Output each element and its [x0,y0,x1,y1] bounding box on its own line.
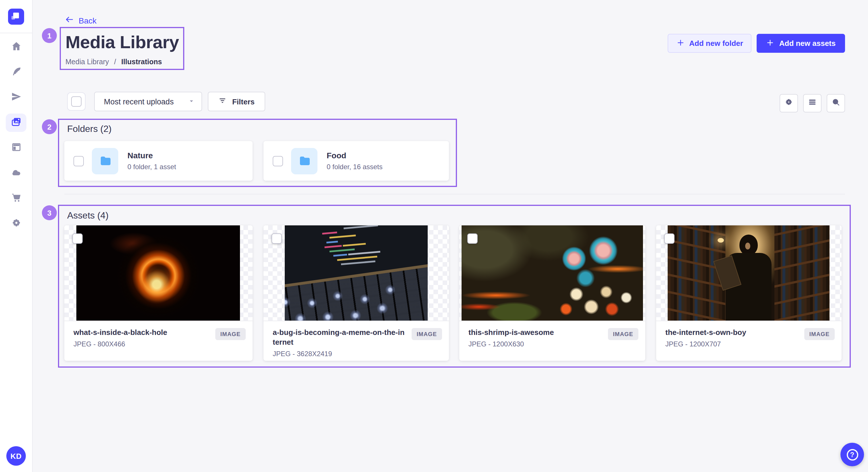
folder-meta: 0 folder, 1 asset [127,163,176,171]
help-button[interactable]: ? [840,443,864,466]
filters-button[interactable]: Filters [208,92,265,111]
asset-card-shrimp[interactable]: this-shrimp-is-awesome JPEG - 1200X630 I… [459,225,645,361]
asset-type-badge: IMAGE [215,328,246,340]
asset-meta: JPEG - 1200X707 [665,340,832,348]
plus-icon [766,38,775,48]
sidebar-item-releases[interactable] [6,88,26,107]
add-new-assets-label: Add new assets [779,39,836,47]
folder-checkbox[interactable] [73,156,84,166]
list-view-icon [808,98,817,109]
quill-icon [11,66,22,79]
sidebar-logo-area [0,0,32,33]
folder-checkbox[interactable] [273,156,283,166]
asset-meta: JPEG - 1200X630 [468,340,636,348]
folder-name[interactable]: Food [327,151,383,160]
asset-card-library-man[interactable]: the-internet-s-own-boy JPEG - 1200X707 I… [656,225,842,361]
library-man-image [668,225,830,321]
breadcrumb: Media Library / Illustrations [65,58,162,66]
folder-tile [92,148,118,174]
cloud-icon [11,167,22,180]
folder-tile [291,148,317,174]
asset-meta: JPEG - 3628X2419 [273,350,440,358]
sidebar-item-content[interactable] [6,63,26,81]
add-new-folder-label: Add new folder [689,39,743,47]
sidebar-item-media-library[interactable] [6,113,26,132]
asset-type-badge: IMAGE [804,328,835,340]
asset-thumbnail [64,225,253,321]
asset-type-badge: IMAGE [411,328,442,340]
back-label: Back [79,16,96,25]
sidebar-item-marketplace[interactable] [6,189,26,208]
asset-thumbnail [459,225,645,321]
question-mark-icon: ? [846,449,858,460]
filter-icon [218,96,227,107]
breadcrumb-parent[interactable]: Media Library [65,58,109,66]
asset-name: what-s-inside-a-black-hole [73,328,206,338]
annotation-circle-3: 3 [42,205,57,220]
select-all-checkbox[interactable] [71,96,82,107]
annotation-circle-2: 2 [42,119,57,134]
asset-name: a-bug-is-becoming-a-meme-on-the-internet [273,328,405,347]
paper-plane-icon [11,91,22,104]
media-library-icon [11,116,22,129]
folders-heading: Folders (2) [67,124,112,134]
sort-dropdown[interactable]: Most recent uploads [94,92,202,111]
asset-thumbnail [656,225,842,321]
list-view-button[interactable] [803,94,822,112]
asset-card-laptop-code[interactable]: a-bug-is-becoming-a-meme-on-the-internet… [264,225,449,361]
cart-icon [11,192,22,205]
asset-checkbox[interactable] [72,233,83,244]
breadcrumb-current: Illustrations [121,58,162,66]
sidebar-item-cloud[interactable] [6,164,26,182]
search-button[interactable] [827,94,845,112]
sidebar-item-home[interactable] [6,38,26,56]
folder-icon [298,153,311,169]
mantis-shrimp-image [462,225,643,321]
settings-icon [784,98,794,109]
asset-checkbox[interactable] [272,233,282,244]
folder-card-food[interactable]: Food 0 folder, 16 assets [264,141,449,181]
black-hole-image [76,225,240,321]
media-library-page: KD Back Media Library Media Library / Il… [0,0,868,472]
folder-card-nature[interactable]: Nature 0 folder, 1 asset [64,141,253,181]
breadcrumb-separator: / [114,58,116,66]
folder-name[interactable]: Nature [127,151,176,160]
layout-icon [11,141,22,155]
user-avatar[interactable]: KD [6,446,26,466]
back-link[interactable]: Back [65,15,96,26]
folder-icon [98,153,112,169]
sidebar-item-content-manager[interactable] [6,139,26,157]
asset-thumbnail [264,225,449,321]
back-arrow-icon [65,15,74,26]
folder-meta: 0 folder, 16 assets [327,163,383,171]
asset-checkbox[interactable] [467,233,477,244]
home-icon [11,40,22,54]
view-settings-button[interactable] [780,94,798,112]
asset-name: this-shrimp-is-awesome [468,328,600,338]
sidebar: KD [0,0,33,472]
add-new-folder-button[interactable]: Add new folder [668,34,751,53]
assets-heading: Assets (4) [67,210,108,221]
laptop-code-image [285,225,428,321]
add-new-assets-button[interactable]: Add new assets [756,34,845,53]
strapi-logo[interactable] [8,8,24,24]
asset-name: the-internet-s-own-boy [665,328,797,338]
section-divider [64,194,845,194]
gear-icon [11,217,22,230]
asset-checkbox[interactable] [664,233,675,244]
chevron-down-icon [188,97,195,106]
asset-meta: JPEG - 800X466 [73,340,243,348]
sidebar-item-settings[interactable] [6,214,26,233]
search-icon [831,98,840,109]
sidebar-nav [0,38,32,240]
asset-type-badge: IMAGE [608,328,639,340]
select-all-container [67,92,86,111]
annotation-circle-1: 1 [42,28,57,43]
filters-label: Filters [232,97,255,106]
page-title: Media Library [65,32,179,53]
asset-card-black-hole[interactable]: what-s-inside-a-black-hole JPEG - 800X46… [64,225,253,361]
plus-icon [676,38,685,48]
sort-value: Most recent uploads [104,97,174,106]
